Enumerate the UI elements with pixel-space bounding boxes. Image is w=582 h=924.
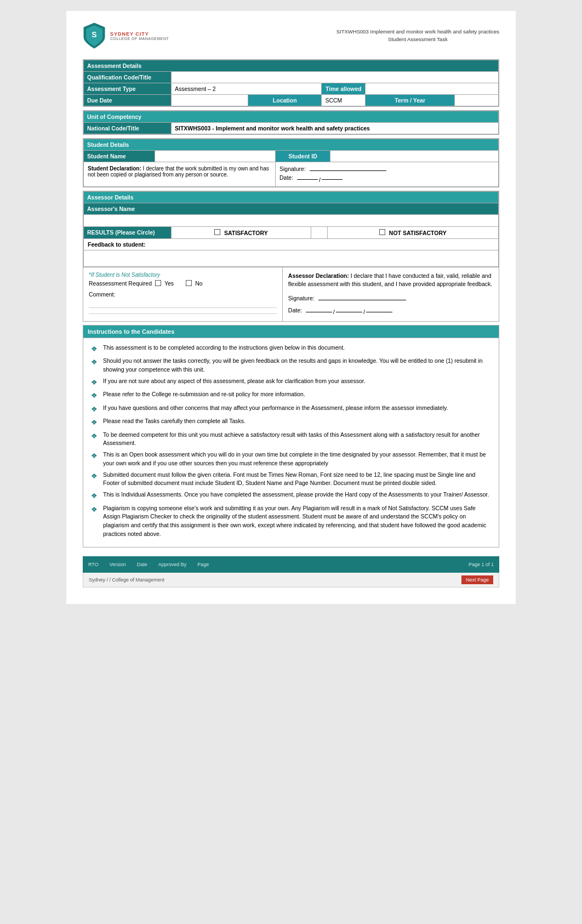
header-title: SITXWHS003 Implement and monitor work he… — [336, 28, 499, 44]
student-declaration-cell: Student Declaration: I declare that the … — [84, 162, 276, 187]
feedback-value — [84, 250, 499, 266]
date-row: Date: / — [279, 174, 494, 183]
student-id-label: Student ID — [276, 151, 330, 162]
no-checkbox[interactable] — [186, 280, 192, 286]
assessor-declaration-title: Assessor Declaration: — [288, 272, 349, 279]
assessor-date-label: Date: — [288, 307, 302, 313]
satisfactory-cell: SATISFACTORY — [172, 226, 311, 238]
date-label: Date: — [279, 174, 293, 181]
results-label: RESULTS (Please Circle) — [84, 226, 172, 238]
student-details-block: Student Details Student Name Student ID … — [83, 138, 499, 187]
bullet-icon: ❖ — [91, 504, 99, 539]
bullet-icon: ❖ — [91, 490, 99, 501]
list-item: ❖If you are not sure about any aspect of… — [91, 377, 491, 388]
not-satisfactory-cell: NOT SATISFACTORY — [327, 226, 498, 238]
assessment-type-value: Assessment – 2 — [172, 83, 322, 95]
logo-top-text: SYDNEY CITY — [110, 31, 169, 37]
qualification-value — [172, 72, 499, 83]
bullet-icon: ❖ — [91, 390, 99, 401]
yes-label: Yes — [164, 280, 174, 287]
location-label: Location — [248, 95, 322, 106]
assessor-declaration-text: Assessor Declaration: I declare that I h… — [288, 272, 493, 289]
bullet-icon: ❖ — [91, 450, 99, 468]
term-year-label: Term / Year — [366, 95, 455, 106]
declaration-label-bold: Student Declaration: — [88, 166, 141, 172]
shield-icon: S — [83, 22, 106, 49]
logo-block: S SYDNEY CITY COLLEGE OF MANAGEMENT — [83, 22, 169, 49]
not-satisfactory-label: NOT SATISFACTORY — [389, 230, 447, 236]
assessor-details-header: Assessor Details — [84, 191, 499, 203]
time-allowed-value — [366, 83, 499, 95]
assessment-details-header: Assessment Details — [84, 60, 499, 72]
list-item: ❖If you have questions and other concern… — [91, 404, 491, 415]
page-header: S SYDNEY CITY COLLEGE OF MANAGEMENT SITX… — [83, 22, 499, 49]
comment-line-1 — [89, 307, 277, 308]
assessor-sig-label: Signature: — [288, 295, 315, 301]
not-satisfactory-checkbox[interactable] — [379, 229, 385, 235]
unit-header: Unit of Competency — [84, 111, 499, 123]
assessor-table: Assessor Details Assessor's Name RESULTS… — [83, 191, 499, 267]
reassessment-section: *If Student is Not Satisfactory Reassess… — [83, 267, 283, 321]
comment-row: Comment: — [89, 291, 277, 298]
satisfactory-checkbox[interactable] — [214, 229, 220, 235]
signature-line — [310, 170, 386, 171]
list-item: ❖Please refer to the College re-submissi… — [91, 390, 491, 401]
footer-page-label: Page 1 of 1 — [469, 562, 494, 567]
student-name-label: Student Name — [84, 151, 155, 162]
instructions-block: Instructions to the Candidates ❖This ass… — [83, 325, 499, 547]
unit-competency-block: Unit of Competency National Code/Title S… — [83, 110, 499, 135]
bullet-icon: ❖ — [91, 357, 99, 374]
list-item: ❖Please read the Tasks carefully then co… — [91, 417, 491, 428]
logo-text: SYDNEY CITY COLLEGE OF MANAGEMENT — [110, 31, 169, 41]
instructions-list: ❖This assessment is to be completed acco… — [91, 344, 491, 539]
assessor-date-row: Date: / / — [288, 306, 493, 317]
list-item: ❖To be deemed competent for this unit yo… — [91, 431, 491, 448]
footer-area: RTO Version Date Approved By Page Page 1… — [83, 556, 499, 588]
footer-bottom-bar: Sydney / / College of Management Next Pa… — [83, 573, 499, 588]
list-item: ❖This is Individual Assessments. Once yo… — [91, 490, 491, 501]
comment-label: Comment: — [89, 291, 115, 298]
location-value: SCCM — [322, 95, 366, 106]
assessment-type-label: Assessment Type — [84, 83, 172, 95]
assessor-date-line: / / — [306, 307, 392, 317]
term-year-value — [455, 95, 499, 106]
assessor-sig-line — [318, 300, 406, 300]
comment-line-2 — [89, 313, 277, 314]
bullet-icon: ❖ — [91, 344, 99, 355]
reassessment-row: Reassessment Required Yes No — [89, 280, 277, 287]
date-line: / — [297, 176, 343, 183]
bullet-icon: ❖ — [91, 377, 99, 388]
if-not-satisfactory-label: *If Student is Not Satisfactory — [89, 272, 277, 278]
assessor-details-block: Assessor Details Assessor's Name RESULTS… — [83, 191, 499, 267]
student-id-value — [330, 151, 499, 162]
assessor-sig-row: Signature: — [288, 294, 493, 303]
list-item: ❖This assessment is to be completed acco… — [91, 344, 491, 355]
bullet-icon: ❖ — [91, 471, 99, 488]
time-allowed-label: Time allowed — [322, 83, 366, 95]
unit-table: Unit of Competency National Code/Title S… — [83, 111, 499, 134]
signature-row: Signature: — [279, 166, 494, 172]
assessors-name-label: Assessor's Name — [84, 203, 499, 214]
next-page-button[interactable]: Next Page — [461, 575, 493, 584]
bullet-icon: ❖ — [91, 404, 99, 415]
list-item: ❖Should you not answer the tasks correct… — [91, 357, 491, 374]
assessor-declaration-section: Assessor Declaration: I declare that I h… — [283, 267, 499, 321]
signature-label: Signature: — [279, 166, 306, 172]
assessors-name-value — [84, 214, 499, 226]
svg-text:S: S — [92, 30, 96, 39]
footer-col5: Page — [197, 562, 209, 567]
yes-checkbox[interactable] — [155, 280, 161, 286]
split-row: *If Student is Not Satisfactory Reassess… — [83, 267, 499, 322]
student-details-header: Student Details — [84, 139, 499, 151]
bullet-icon: ❖ — [91, 431, 99, 448]
assessment-details-block: Assessment Details Qualification Code/Ti… — [83, 59, 499, 107]
assessment-table: Assessment Details Qualification Code/Ti… — [83, 60, 499, 106]
due-date-label: Due Date — [84, 95, 172, 106]
qualification-label: Qualification Code/Title — [84, 72, 172, 83]
list-item: ❖This is an Open book assessment which y… — [91, 450, 491, 468]
national-code-value: SITXWHS003 - Implement and monitor work … — [172, 123, 499, 134]
footer-col4: Approved By — [158, 562, 187, 567]
spacer-cell — [311, 226, 327, 238]
due-date-value — [172, 95, 248, 106]
no-label: No — [195, 280, 202, 287]
